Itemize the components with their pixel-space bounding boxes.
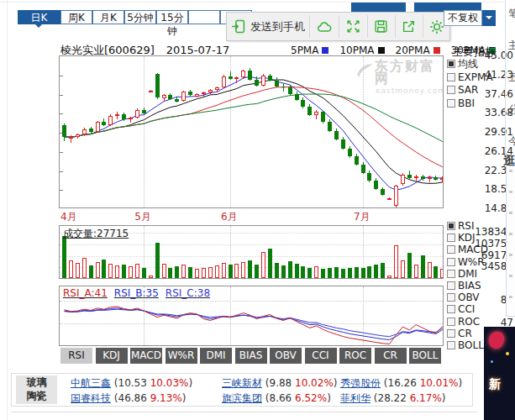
checkbox-icon[interactable] <box>447 341 455 349</box>
export-button[interactable] <box>395 13 423 40</box>
checkbox-icon[interactable] <box>447 234 455 242</box>
timeframe-tab-hidden[interactable] <box>188 10 220 24</box>
checkbox-icon[interactable] <box>447 270 455 278</box>
candle <box>307 107 312 115</box>
checkbox-icon[interactable] <box>447 305 455 313</box>
sub-indicator-rsi[interactable]: RSI <box>447 220 475 232</box>
checkbox-icon[interactable] <box>447 73 455 81</box>
sub-indicator-bias[interactable]: BIAS <box>447 280 481 291</box>
toolbar-button-partial[interactable] <box>351 3 406 12</box>
send-to-phone-button[interactable]: 发送到手机 <box>227 13 309 40</box>
checkbox-icon[interactable] <box>447 86 455 94</box>
sub-indicator-roc[interactable]: ROC <box>447 316 480 328</box>
sub-indicator-kdj[interactable]: KDJ <box>447 232 476 244</box>
timeframe-tab-2[interactable]: 周K <box>60 10 92 24</box>
volume-bar <box>122 265 126 278</box>
paren: ) <box>327 392 331 404</box>
indicator-tab-dmi[interactable]: DMI <box>200 348 232 364</box>
volume-bar <box>102 260 106 278</box>
checkbox-label: BIAS <box>458 280 481 291</box>
volume-bar <box>328 268 332 278</box>
candle <box>341 139 345 149</box>
stock-price: (28.22 <box>370 392 410 404</box>
indicator-tab-wr[interactable]: W%R <box>166 348 197 364</box>
cloud-button[interactable] <box>309 13 339 40</box>
timeframe-tab-1[interactable]: 日K <box>18 10 60 24</box>
stock-link[interactable]: 国睿科技 <box>71 392 111 404</box>
main-indicator-bbi[interactable]: BBI <box>447 97 475 109</box>
checkbox-icon[interactable] <box>447 281 455 290</box>
volume-header: 成交量:27715 <box>63 227 129 241</box>
adjust-mode-dropdown[interactable]: 不复权 <box>444 10 482 26</box>
axis-tick <box>60 95 63 96</box>
volume-gridline <box>60 244 443 245</box>
volume-plot[interactable]: 成交量:27715 <box>59 225 444 279</box>
stock-link[interactable]: 中航三鑫 <box>71 377 111 389</box>
sub-indicator-wr[interactable]: W%R <box>447 256 485 268</box>
cloud-icon <box>317 19 332 34</box>
indicator-tab-cr[interactable]: CR <box>375 348 407 364</box>
checkbox-icon[interactable] <box>447 329 455 338</box>
sub-indicator-obv[interactable]: OBV <box>447 291 480 303</box>
sub-indicator-boll[interactable]: BOLL <box>447 339 484 351</box>
stock-link[interactable]: 三峡新材 <box>222 377 262 389</box>
indicator-tab-boll[interactable]: BOLL <box>409 348 441 364</box>
send-to-phone-icon <box>231 19 245 34</box>
volume-bar <box>168 268 172 278</box>
checkbox-checked-icon[interactable] <box>447 60 455 68</box>
candle <box>248 71 252 80</box>
candle <box>168 95 172 98</box>
indicator-tab-obv[interactable]: OBV <box>270 348 302 364</box>
volume-bar <box>248 260 252 278</box>
candle <box>268 76 272 81</box>
save-button[interactable] <box>367 13 395 40</box>
timeframe-tab-3[interactable]: 月K <box>92 10 124 24</box>
stock-change: 6.17% <box>410 392 442 404</box>
selected-tab-caret-icon <box>35 24 42 31</box>
main-indicator-均线[interactable]: 均线 <box>447 58 478 70</box>
stock-link[interactable]: 菲利华 <box>340 392 370 404</box>
sub-indicator-cci[interactable]: CCI <box>447 303 475 315</box>
ad-banner[interactable]: 新 <box>484 327 515 420</box>
sub-indicator-macd[interactable]: MACD <box>447 244 488 255</box>
rsi-plot[interactable]: RSI_A:41RSI_B:35RSI_C:38 <box>59 286 444 346</box>
indicator-tab-macd[interactable]: MACD <box>130 348 162 364</box>
stock-link[interactable]: 秀强股份 <box>340 377 381 389</box>
indicator-tab-bias[interactable]: BIAS <box>235 348 267 364</box>
timeframe-tab-4[interactable]: 5分钟 <box>124 10 156 24</box>
candle <box>255 80 259 86</box>
candle <box>361 165 365 173</box>
volume-bar <box>268 249 272 278</box>
stock-name-code: 棱光实业[600629] <box>60 44 155 56</box>
page-edge-text-fragment: 分 <box>508 102 515 117</box>
rsi-gridline <box>60 323 443 324</box>
watermark: 东方财富网 eastmoney.com <box>355 60 444 97</box>
checkbox-icon[interactable] <box>447 258 455 266</box>
checkbox-icon[interactable] <box>447 293 455 302</box>
dropdown-arrow-icon[interactable] <box>482 10 496 26</box>
volume-bar <box>341 269 345 278</box>
candle <box>374 181 378 189</box>
checkbox-icon[interactable] <box>447 318 455 326</box>
indicator-tab-kdj[interactable]: KDJ <box>96 348 128 364</box>
indicator-tab-rsi[interactable]: RSI <box>60 348 92 364</box>
main-chart-plot[interactable]: 东方财富网 eastmoney.com <box>59 55 444 208</box>
timeframe-tab-5[interactable]: 15分钟 <box>156 10 188 24</box>
sub-indicator-cr[interactable]: CR <box>447 328 472 339</box>
month-label: 6月 <box>221 210 238 224</box>
candle <box>122 114 126 120</box>
stock-price: (8.66 <box>262 392 295 404</box>
fullscreen-button[interactable] <box>339 13 367 40</box>
main-indicator-sar[interactable]: SAR <box>447 84 478 96</box>
checkbox-icon[interactable] <box>447 99 455 108</box>
sub-indicator-dmi[interactable]: DMI <box>447 268 477 280</box>
candle <box>348 149 352 157</box>
checkbox-icon[interactable] <box>447 245 455 254</box>
checkbox-checked-icon[interactable] <box>447 222 455 230</box>
page-edge-text-fragment: 逛 <box>503 154 515 169</box>
volume-bar <box>440 269 444 278</box>
stock-link[interactable]: 旗滨集团 <box>222 392 262 404</box>
main-indicator-expma[interactable]: EXPMA <box>447 71 493 83</box>
indicator-tab-cci[interactable]: CCI <box>305 348 337 364</box>
indicator-tab-roc[interactable]: ROC <box>339 348 371 364</box>
